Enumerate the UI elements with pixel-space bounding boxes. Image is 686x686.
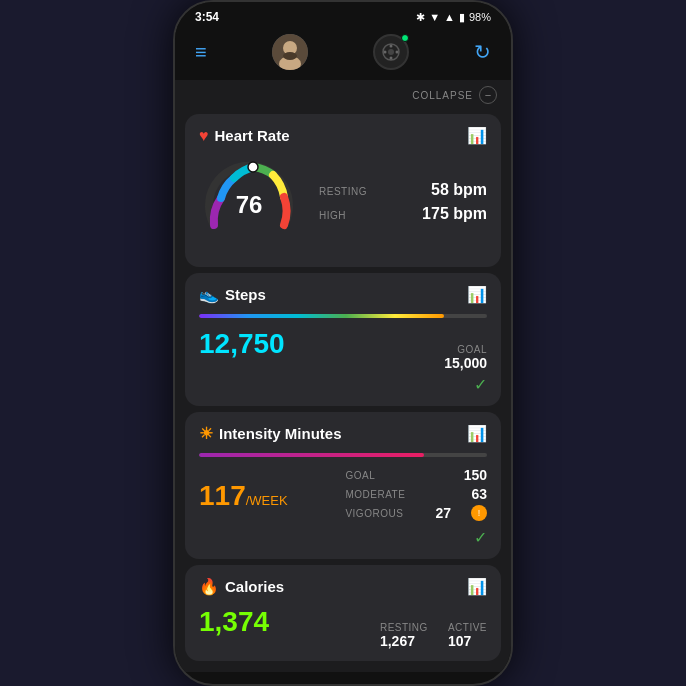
svg-point-5 (388, 49, 394, 55)
svg-point-3 (283, 52, 297, 60)
svg-point-7 (389, 57, 392, 60)
steps-value: 12,750 (199, 328, 285, 360)
heart-rate-body: 76 RESTING 58 bpm HIGH 175 bpm (199, 155, 487, 255)
battery-value: 98% (469, 11, 491, 23)
intensity-body: 117/WEEK GOAL 150 MODERATE 63 VIGOROUS 2… (199, 467, 487, 524)
steps-body: 12,750 GOAL 15,000 (199, 328, 487, 371)
battery-icon: ▮ (459, 11, 465, 24)
calories-active: ACTIVE 107 (448, 622, 487, 649)
status-bar: 3:54 ✱ ▼ ▲ ▮ 98% (175, 2, 511, 28)
device-online-dot (401, 34, 409, 42)
intensity-stats: GOAL 150 MODERATE 63 VIGOROUS 27 ! (345, 467, 487, 524)
intensity-title: ☀ Intensity Minutes (199, 424, 342, 443)
calories-detail: RESTING 1,267 ACTIVE 107 (380, 622, 487, 649)
sync-icon[interactable]: ↻ (474, 40, 491, 64)
intensity-header: ☀ Intensity Minutes 📊 (199, 424, 487, 443)
intensity-unit: /WEEK (246, 493, 288, 508)
intensity-progress-bar (199, 453, 487, 457)
steps-progress-bar (199, 314, 487, 318)
intensity-icon: ☀ (199, 424, 213, 443)
steps-icon: 👟 (199, 285, 219, 304)
calories-card: 🔥 Calories 📊 1,374 RESTING 1,267 ACTIVE … (185, 565, 501, 661)
calories-body: 1,374 RESTING 1,267 ACTIVE 107 (199, 606, 487, 649)
intensity-check-icon: ✓ (199, 528, 487, 547)
svg-point-10 (248, 162, 258, 172)
phone-frame: 3:54 ✱ ▼ ▲ ▮ 98% ≡ (173, 0, 513, 686)
moderate-row: MODERATE 63 (345, 486, 487, 502)
svg-point-8 (383, 51, 386, 54)
steps-bar-fill (199, 314, 444, 318)
collapse-label: COLLAPSE (412, 90, 473, 101)
avatar[interactable] (272, 34, 308, 70)
steps-title: 👟 Steps (199, 285, 266, 304)
heart-rate-gauge: 76 (199, 155, 299, 255)
goal-row: GOAL 150 (345, 467, 487, 483)
calories-header: 🔥 Calories 📊 (199, 577, 487, 596)
collapse-bar: COLLAPSE − (175, 80, 511, 108)
calories-chart-icon[interactable]: 📊 (467, 577, 487, 596)
intensity-bar-fill (199, 453, 424, 457)
intensity-value-group: 117/WEEK (199, 480, 288, 512)
high-row: HIGH 175 bpm (319, 205, 487, 223)
main-content: COLLAPSE − ♥ Heart Rate 📊 (175, 80, 511, 672)
intensity-value: 117 (199, 480, 246, 511)
svg-point-6 (389, 45, 392, 48)
calories-value: 1,374 (199, 606, 269, 638)
heart-rate-title: ♥ Heart Rate (199, 127, 290, 145)
steps-header: 👟 Steps 📊 (199, 285, 487, 304)
nav-bar: ≡ ↻ (175, 28, 511, 80)
device-icon[interactable] (373, 34, 409, 70)
steps-check-icon: ✓ (199, 375, 487, 394)
menu-icon[interactable]: ≡ (195, 41, 207, 64)
heart-rate-card: ♥ Heart Rate 📊 (185, 114, 501, 267)
vigorous-row: VIGOROUS 27 ! (345, 505, 487, 521)
calories-resting: RESTING 1,267 (380, 622, 428, 649)
svg-point-9 (395, 51, 398, 54)
collapse-button[interactable]: − (479, 86, 497, 104)
calories-title: 🔥 Calories (199, 577, 284, 596)
intensity-card: ☀ Intensity Minutes 📊 117/WEEK GOAL 150 (185, 412, 501, 559)
steps-card: 👟 Steps 📊 12,750 GOAL 15,000 ✓ (185, 273, 501, 406)
steps-chart-icon[interactable]: 📊 (467, 285, 487, 304)
flame-icon: 🔥 (199, 577, 219, 596)
steps-goal: GOAL 15,000 (444, 344, 487, 371)
signal-icon: ▼ (429, 11, 440, 23)
status-time: 3:54 (195, 10, 219, 24)
heart-rate-value: 76 (236, 191, 263, 219)
vigorous-badge: ! (471, 505, 487, 521)
heart-icon: ♥ (199, 127, 209, 145)
resting-row: RESTING 58 bpm (319, 181, 487, 199)
heart-rate-header: ♥ Heart Rate 📊 (199, 126, 487, 145)
intensity-chart-icon[interactable]: 📊 (467, 424, 487, 443)
bluetooth-icon: ✱ (416, 11, 425, 24)
heart-rate-chart-icon[interactable]: 📊 (467, 126, 487, 145)
wifi-icon: ▲ (444, 11, 455, 23)
heart-rate-stats: RESTING 58 bpm HIGH 175 bpm (319, 181, 487, 229)
status-icons: ✱ ▼ ▲ ▮ 98% (416, 11, 491, 24)
